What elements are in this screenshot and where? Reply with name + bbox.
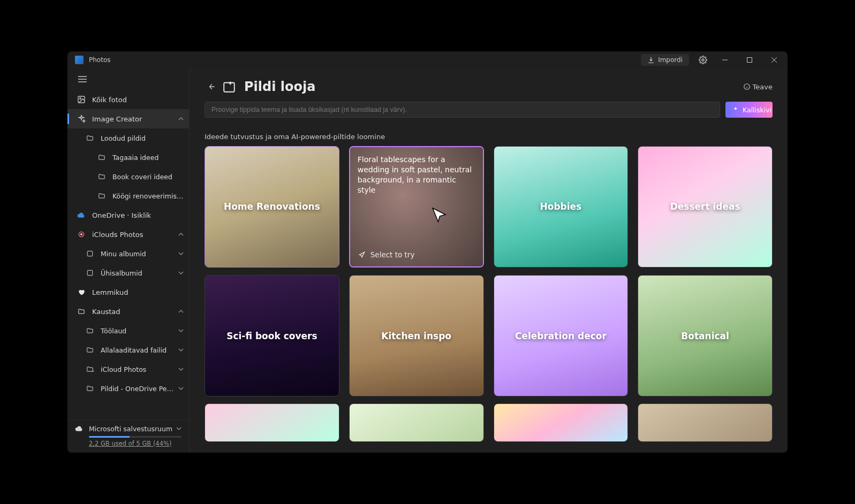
nav-all-photos[interactable]: Kõik fotod	[67, 90, 189, 109]
svg-rect-13	[87, 270, 92, 275]
nav-folders[interactable]: Kaustad	[67, 302, 189, 321]
card-bg	[638, 404, 772, 441]
cloud-icon	[75, 424, 84, 433]
nav-label: OneDrive · Isiklik	[92, 211, 184, 219]
card-label: Kitchen inspo	[350, 276, 483, 396]
card-home-renovations[interactable]: Home Renovations	[205, 146, 339, 268]
svg-rect-14	[224, 82, 234, 91]
generate-button[interactable]: Kalliskivi mää	[725, 102, 773, 118]
card-partial-3[interactable]	[494, 403, 629, 442]
ideas-grid: Home Renovations Floral tablescapes for …	[190, 146, 788, 453]
card-label: Hobbies	[494, 147, 628, 267]
nav-label: iClouds Photos	[92, 231, 176, 239]
nav-label: Loodud pildid	[101, 134, 184, 142]
settings-button[interactable]	[693, 51, 713, 68]
storage-bar-fill	[89, 436, 130, 438]
nav-label: Kaustad	[92, 308, 176, 316]
minimize-icon	[722, 57, 728, 63]
back-button[interactable]	[205, 79, 220, 94]
nav-favorites[interactable]: Lemmikud	[67, 282, 189, 302]
main-content: Pildi looja Teave Kalliskivi mää Ideede …	[190, 68, 788, 453]
nav-label: Pildid - OneDrive Personal	[101, 385, 176, 393]
svg-point-11	[80, 233, 82, 235]
card-bg	[494, 404, 628, 441]
generate-label: Kalliskivi mää	[743, 106, 773, 114]
icloud-icon	[77, 230, 86, 239]
prompt-input[interactable]	[205, 102, 720, 118]
nav-label: Allalaaditavad failid	[101, 346, 176, 354]
card-partial-1[interactable]	[205, 403, 339, 442]
close-button[interactable]	[762, 51, 786, 68]
chevron-down-icon	[178, 269, 184, 277]
nav-shared-albums[interactable]: Ühisalbumid	[67, 263, 189, 282]
nav-label: Minu albumid	[101, 250, 176, 258]
card-label: Dessert ideas	[638, 147, 772, 267]
nav-icloud-folder[interactable]: iCloud Photos	[67, 360, 189, 379]
nav-label: Köögi renoveerimised	[112, 192, 184, 200]
nav-label: Tagaaia ideed	[112, 154, 184, 162]
chevron-up-icon	[178, 308, 184, 316]
chevron-down-icon	[178, 327, 184, 335]
nav-icloud-photos[interactable]: iClouds Photos	[67, 225, 189, 244]
card-scifi-book-covers[interactable]: Sci-fi book covers	[205, 275, 339, 396]
storage-title: Microsofti salvestusruum	[89, 425, 172, 433]
info-button[interactable]: Teave	[743, 83, 773, 91]
card-kitchen-inspo[interactable]: Kitchen inspo	[349, 275, 484, 396]
import-button[interactable]: Impordi	[641, 54, 689, 66]
chevron-down-icon	[178, 250, 184, 258]
nav-image-creator[interactable]: Image Creator	[67, 109, 189, 128]
card-prompt-text: Floral tablescapes for a wedding in soft…	[358, 155, 475, 195]
sparkle-icon	[732, 106, 739, 113]
folder-icon	[86, 346, 94, 354]
nav-book-cover-ideas[interactable]: Book coveri ideed	[67, 167, 189, 186]
nav-label: Image Creator	[92, 115, 176, 123]
album-icon	[86, 249, 94, 258]
close-icon	[771, 57, 777, 63]
nav-label: iCloud Photos	[101, 365, 176, 373]
storage-used[interactable]: 2,2 GB used of 5 GB (44%)	[89, 440, 181, 447]
card-floral-tablescapes[interactable]: Floral tablescapes for a wedding in soft…	[349, 146, 484, 268]
folder-icon	[86, 134, 94, 142]
chevron-up-icon	[178, 115, 184, 123]
nav-downloads[interactable]: Allalaaditavad failid	[67, 340, 189, 360]
image-creator-icon	[222, 79, 237, 94]
nav-kitchen-renov[interactable]: Köögi renoveerimised	[67, 186, 189, 205]
card-hobbies[interactable]: Hobbies	[494, 146, 629, 268]
nav-my-albums[interactable]: Minu albumid	[67, 244, 189, 263]
card-dessert-ideas[interactable]: Dessert ideas	[638, 146, 773, 268]
maximize-button[interactable]	[737, 51, 762, 68]
folder-icon	[97, 172, 106, 181]
card-label: Celebration decor	[494, 276, 628, 396]
prompt-bar: Kalliskivi mää	[190, 102, 788, 118]
card-botanical[interactable]: Botanical	[638, 275, 773, 396]
nav-pictures-onedrive[interactable]: Pildid - OneDrive Personal	[67, 379, 189, 398]
card-celebration-decor[interactable]: Celebration decor	[494, 275, 629, 396]
nav-desktop[interactable]: Töölaud	[67, 321, 189, 340]
select-to-try: Select to try	[358, 250, 415, 259]
page-header: Pildi looja Teave	[190, 68, 788, 102]
nav-created-images[interactable]: Loodud pildid	[67, 128, 189, 148]
folder-icon	[97, 192, 106, 200]
card-bg	[350, 404, 483, 441]
svg-rect-2	[747, 58, 752, 63]
folder-icon	[86, 326, 94, 335]
nav-label: Book coveri ideed	[112, 173, 184, 181]
nav-label: Kõik fotod	[92, 96, 184, 104]
titlebar: Photos Impordi	[67, 51, 788, 68]
nav-onedrive[interactable]: OneDrive · Isiklik	[67, 205, 189, 225]
nav-list: Kõik fotod Image Creator Loodud pildid T…	[67, 90, 189, 419]
card-partial-4[interactable]	[638, 403, 773, 442]
minimize-button[interactable]	[713, 51, 737, 68]
chevron-down-icon	[176, 425, 181, 433]
gear-icon	[699, 56, 707, 64]
photos-icon	[77, 95, 86, 104]
card-partial-2[interactable]	[349, 403, 484, 442]
storage-panel[interactable]: Microsofti salvestusruum 2,2 GB used of …	[67, 419, 189, 453]
nav-backyard-ideas[interactable]: Tagaaia ideed	[67, 148, 189, 167]
info-label: Teave	[753, 83, 773, 91]
section-subtitle: Ideede tutvustus ja oma AI-powered-pilti…	[190, 118, 788, 146]
maximize-icon	[747, 57, 752, 63]
import-icon	[647, 56, 655, 64]
storage-bar	[89, 436, 181, 438]
hamburger-button[interactable]	[72, 70, 93, 89]
